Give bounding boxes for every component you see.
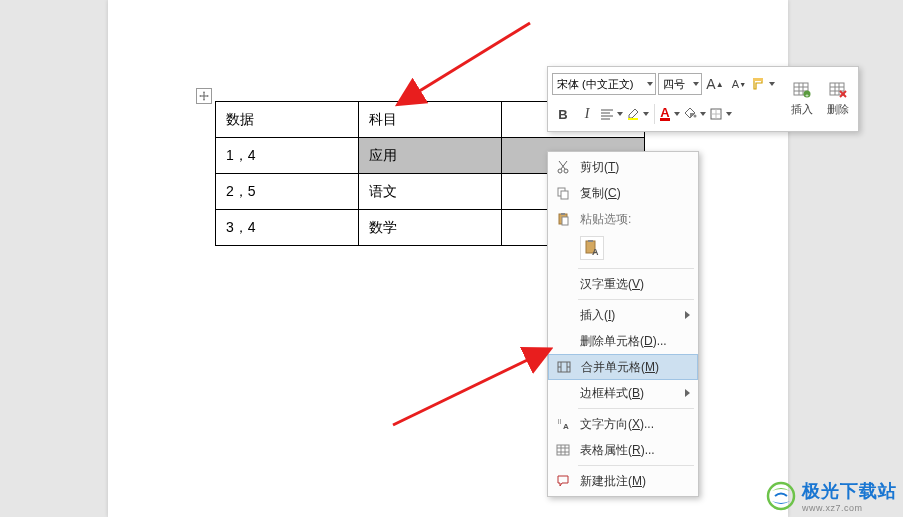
menu-separator: [578, 268, 694, 269]
menu-insert[interactable]: 插入(I): [548, 302, 698, 328]
svg-rect-43: [557, 445, 569, 455]
delete-table-icon: [828, 80, 848, 100]
svg-rect-5: [628, 118, 638, 120]
font-name-select[interactable]: 宋体 (中文正文): [552, 73, 656, 95]
svg-text:A: A: [592, 247, 599, 256]
svg-text:+: +: [805, 91, 809, 97]
font-size-value: 四号: [663, 77, 685, 92]
align-button[interactable]: [600, 103, 624, 125]
table-properties-icon: [552, 440, 574, 460]
text-direction-icon: ||A: [552, 414, 574, 434]
menu-separator: [578, 299, 694, 300]
table-cell[interactable]: 3，4: [216, 210, 359, 246]
menu-paste-header: 粘贴选项:: [548, 206, 698, 232]
svg-text:||: ||: [558, 418, 562, 424]
highlight-button[interactable]: [626, 103, 650, 125]
watermark-text: 极光下载站: [802, 479, 897, 503]
menu-border-style[interactable]: 边框样式(B): [548, 380, 698, 406]
menu-label: 表格属性(R)...: [580, 442, 690, 459]
svg-rect-31: [561, 213, 565, 215]
increase-font-button[interactable]: A▲: [704, 73, 726, 95]
table-cell[interactable]: 应用: [359, 138, 502, 174]
font-color-button[interactable]: A: [659, 103, 681, 125]
watermark-url: www.xz7.com: [802, 503, 897, 513]
decrease-font-button[interactable]: A▼: [728, 73, 750, 95]
copy-icon: [552, 183, 574, 203]
svg-point-50: [768, 483, 794, 509]
menu-new-comment[interactable]: 新建批注(M): [548, 468, 698, 494]
menu-text-direction[interactable]: ||A 文字方向(X)...: [548, 411, 698, 437]
chevron-down-icon: [700, 112, 706, 116]
menu-label: 复制(C): [580, 185, 690, 202]
blank-icon: [552, 274, 574, 294]
blank-icon: [552, 331, 574, 351]
menu-separator: [578, 465, 694, 466]
svg-rect-0: [753, 78, 763, 81]
paste-keep-text-button[interactable]: A: [580, 236, 604, 260]
chevron-down-icon: [726, 112, 732, 116]
menu-delete-cells[interactable]: 删除单元格(D)...: [548, 328, 698, 354]
menu-label: 删除单元格(D)...: [580, 333, 690, 350]
submenu-arrow-icon: [685, 389, 690, 397]
menu-label: 插入(I): [580, 307, 685, 324]
menu-label: 粘贴选项:: [580, 211, 690, 228]
table-cell[interactable]: 科目: [359, 102, 502, 138]
bold-button[interactable]: B: [552, 103, 574, 125]
chevron-down-icon: [674, 112, 680, 116]
font-name-value: 宋体 (中文正文): [557, 77, 633, 92]
watermark-logo-icon: [766, 481, 796, 511]
table-cell[interactable]: 2，5: [216, 174, 359, 210]
table-cell[interactable]: 语文: [359, 174, 502, 210]
merge-cells-icon: [553, 357, 575, 377]
chevron-down-icon: [693, 82, 699, 86]
svg-rect-34: [588, 240, 593, 242]
table-move-handle[interactable]: [196, 88, 212, 104]
menu-table-properties[interactable]: 表格属性(R)...: [548, 437, 698, 463]
svg-point-6: [694, 115, 697, 118]
table-cell[interactable]: 1，4: [216, 138, 359, 174]
menu-merge-cells[interactable]: 合并单元格(M): [548, 354, 698, 380]
blank-icon: [552, 383, 574, 403]
svg-point-25: [564, 169, 568, 173]
borders-button[interactable]: [709, 103, 733, 125]
menu-label: 边框样式(B): [580, 385, 685, 402]
chevron-down-icon: [617, 112, 623, 116]
menu-label: 新建批注(M): [580, 473, 690, 490]
table-cell[interactable]: 数学: [359, 210, 502, 246]
shading-button[interactable]: [683, 103, 707, 125]
svg-text:A: A: [563, 422, 569, 431]
svg-rect-29: [561, 191, 568, 199]
menu-label: 剪切(T): [580, 159, 690, 176]
format-painter-button[interactable]: [752, 73, 776, 95]
toolbar-separator: [654, 104, 655, 124]
context-menu: 剪切(T) 复制(C) 粘贴选项: A 汉字重选(V) 插入(I) 删除单元格(…: [547, 151, 699, 497]
menu-cut[interactable]: 剪切(T): [548, 154, 698, 180]
delete-button[interactable]: 删除: [822, 75, 854, 121]
submenu-arrow-icon: [685, 311, 690, 319]
italic-button[interactable]: I: [576, 103, 598, 125]
cut-icon: [552, 157, 574, 177]
watermark: 极光下载站 www.xz7.com: [766, 479, 897, 513]
paste-icon: [552, 209, 574, 229]
paste-options-row: A: [548, 232, 698, 266]
comment-icon: [552, 471, 574, 491]
blank-icon: [552, 305, 574, 325]
menu-label: 汉字重选(V): [580, 276, 690, 293]
menu-separator: [578, 408, 694, 409]
chevron-down-icon: [643, 112, 649, 116]
table-cell[interactable]: 数据: [216, 102, 359, 138]
font-size-select[interactable]: 四号: [658, 73, 702, 95]
svg-point-24: [558, 169, 562, 173]
insert-table-icon: +: [792, 80, 812, 100]
menu-hanzi-reselect[interactable]: 汉字重选(V): [548, 271, 698, 297]
insert-button[interactable]: + 插入: [786, 75, 818, 121]
svg-rect-32: [562, 217, 568, 225]
chevron-down-icon: [647, 82, 653, 86]
mini-toolbar: 宋体 (中文正文) 四号 A▲ A▼ B I A: [547, 66, 859, 132]
menu-label: 合并单元格(M): [581, 359, 689, 376]
menu-copy[interactable]: 复制(C): [548, 180, 698, 206]
chevron-down-icon: [769, 82, 775, 86]
menu-label: 文字方向(X)...: [580, 416, 690, 433]
